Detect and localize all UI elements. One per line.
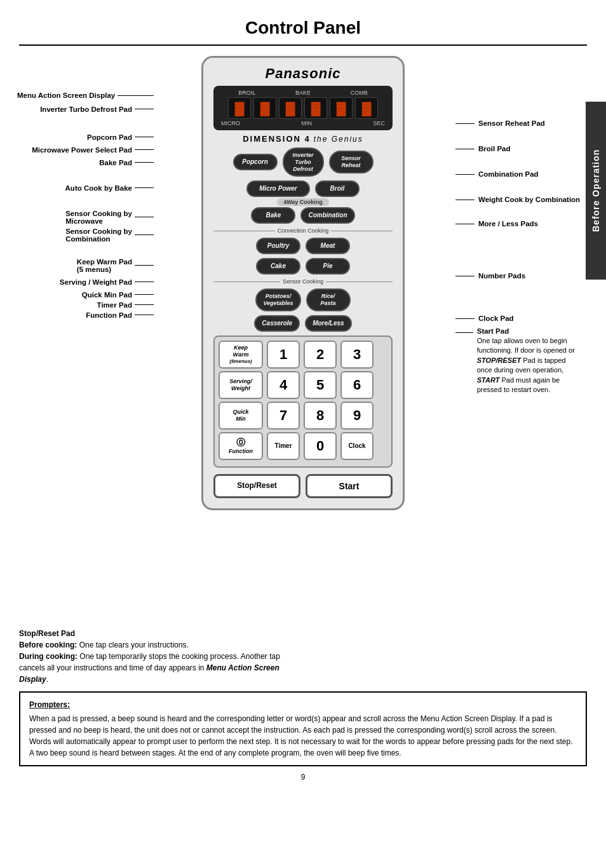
clock-btn[interactable]: Clock: [340, 432, 374, 460]
potatoes-vegetables-pad[interactable]: Potatoes/Vegetables: [255, 288, 300, 311]
label-quick-min: Quick Min Pad: [82, 291, 132, 299]
num-2-btn[interactable]: 2: [304, 341, 337, 369]
dimension-text: DIMENSION 4 the Genius: [243, 134, 363, 144]
start-btn[interactable]: Start: [306, 474, 393, 498]
label-broil: Broil Pad: [478, 145, 510, 153]
before-operation-tab: Before Operation: [586, 102, 606, 280]
display-area: BROIL BAKE COMB ▓ ▓ ▓ ▓ ▓ ▓ MICRO MIN SE…: [213, 86, 393, 130]
broil-pad[interactable]: Broil: [315, 180, 360, 197]
keep-warm-btn[interactable]: KeepWarm(5menus): [219, 341, 263, 369]
inverter-turbo-defrost-pad[interactable]: InverterTurboDefrost: [283, 147, 324, 177]
label-menu-action: Menu Action Screen Display: [17, 91, 115, 100]
num-8-btn[interactable]: 8: [304, 402, 337, 430]
right-labels: Sensor Reheat Pad Broil Pad Combination …: [455, 119, 582, 395]
num-3-btn[interactable]: 3: [340, 341, 374, 369]
brand-logo: Panasonic: [265, 65, 340, 82]
micro-power-pad[interactable]: Micro Power: [246, 180, 310, 197]
label-weight-cook: Weight Cook by Combination: [478, 196, 580, 203]
convection-cooking-label: Convection Cooking: [213, 227, 393, 234]
cake-pad[interactable]: Cake: [256, 258, 300, 275]
sensor-reheat-pad[interactable]: SensorReheat: [329, 151, 374, 173]
meat-pad[interactable]: Meat: [306, 238, 350, 254]
num-4-btn[interactable]: 4: [267, 371, 300, 399]
timer-btn[interactable]: Timer: [267, 432, 300, 460]
poultry-pad[interactable]: Poultry: [256, 238, 300, 254]
prompters-box: Prompters: When a pad is pressed, a beep…: [19, 691, 587, 766]
quick-min-btn[interactable]: QuickMin: [219, 402, 263, 430]
label-bake: Bake Pad: [99, 159, 132, 166]
num-7-btn[interactable]: 7: [267, 402, 300, 430]
label-start-pad: Start Pad One tap allows oven to begin f…: [477, 327, 582, 395]
label-sensor-cooking-combination: Sensor Cooking byCombination: [65, 227, 132, 243]
num-5-btn[interactable]: 5: [304, 371, 337, 399]
label-combination: Combination Pad: [478, 170, 539, 178]
display-segments: ▓ ▓ ▓ ▓ ▓ ▓: [219, 97, 387, 119]
label-keep-warm: Keep Warm Pad(5 menus): [77, 258, 132, 273]
label-timer: Timer Pad: [97, 301, 132, 309]
stop-start-row: Stop/Reset Start: [213, 474, 393, 498]
4way-cooking-label: 4Way Cooking: [277, 198, 329, 206]
label-more-less: More / Less Pads: [478, 220, 538, 227]
bottom-descriptions: Stop/Reset Pad Before cooking: One tap c…: [19, 628, 587, 782]
label-serving-weight: Serving / Weight Pad: [60, 278, 132, 286]
display-bottom-labels: MICRO MIN SEC: [219, 120, 387, 126]
numpad-area: KeepWarm(5menus) 1 2 3 Serving/Weight 4 …: [213, 336, 393, 468]
stop-reset-btn[interactable]: Stop/Reset: [213, 474, 300, 498]
label-auto-cook-bake: Auto Cook by Bake: [65, 184, 132, 192]
page-number: 9: [19, 773, 587, 782]
page-title: Control Panel: [19, 6, 587, 46]
num-9-btn[interactable]: 9: [340, 402, 374, 430]
display-top-labels: BROIL BAKE COMB: [219, 90, 387, 96]
label-microwave-power: Microwave Power Select Pad: [32, 146, 132, 154]
num-0-btn[interactable]: 0: [304, 432, 337, 460]
rice-pasta-pad[interactable]: Rice/Pasta: [306, 288, 351, 311]
combination-pad[interactable]: Combination: [300, 207, 354, 224]
casserole-pad[interactable]: Casserole: [254, 315, 300, 332]
label-function: Function Pad: [86, 311, 132, 319]
serving-weight-btn[interactable]: Serving/Weight: [219, 371, 263, 399]
label-popcorn: Popcorn Pad: [87, 133, 132, 141]
stop-reset-description: Stop/Reset Pad Before cooking: One tap c…: [19, 628, 297, 685]
bake-pad[interactable]: Bake: [251, 207, 295, 224]
label-inverter-turbo-defrost: Inverter Turbo Defrost Pad: [40, 105, 132, 113]
label-number-pads: Number Pads: [478, 272, 525, 280]
label-clock: Clock Pad: [478, 315, 514, 322]
device-panel: Panasonic BROIL BAKE COMB ▓ ▓ ▓ ▓ ▓ ▓ MI: [201, 56, 405, 510]
sensor-cooking-label: Sensor Cooking: [213, 278, 393, 285]
popcorn-pad[interactable]: Popcorn: [233, 154, 278, 170]
label-sensor-cooking-microwave: Sensor Cooking byMicrowave: [65, 210, 132, 225]
left-labels: Menu Action Screen Display Inverter Turb…: [17, 91, 154, 319]
num-1-btn[interactable]: 1: [267, 341, 300, 369]
label-sensor-reheat: Sensor Reheat Pad: [478, 119, 545, 127]
more-less-pad[interactable]: More/Less: [305, 315, 351, 332]
function-btn[interactable]: ⓪ Function: [219, 432, 263, 460]
num-6-btn[interactable]: 6: [340, 371, 374, 399]
pie-pad[interactable]: Pie: [306, 258, 350, 275]
